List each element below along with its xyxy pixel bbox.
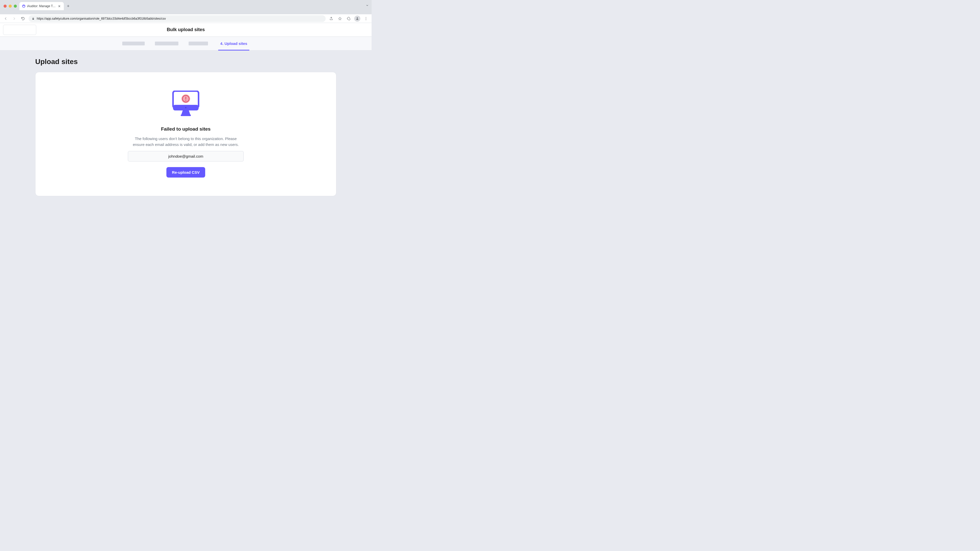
error-card: Failed to upload sites The following use… [35,72,336,196]
profile-avatar-icon[interactable] [354,16,360,22]
new-tab-button[interactable]: + [67,3,70,9]
share-icon[interactable] [328,16,334,22]
svg-rect-1 [32,18,34,20]
svg-point-13 [185,100,186,101]
back-icon[interactable] [3,16,9,22]
app-header: Bulk upload sites [0,23,372,37]
error-monitor-icon [172,91,200,116]
tab-close-icon[interactable]: ✕ [57,4,61,8]
page-heading: Upload sites [35,58,336,66]
window-minimize-icon[interactable] [9,5,12,8]
lock-icon [32,17,35,20]
page-body: Upload sites Failed to upload sites The … [0,51,372,203]
invalid-email-value: johndoe@gmail.com [169,154,204,159]
browser-menu-icon[interactable] [363,16,369,22]
page-title: Bulk upload sites [167,27,205,32]
tab-list-dropdown-icon[interactable] [366,3,369,8]
step-1-placeholder[interactable] [122,41,145,45]
svg-rect-9 [181,114,191,116]
url-text: https://app.safetyculture.com/organisati… [37,17,166,21]
browser-toolbar: https://app.safetyculture.com/organisati… [0,14,372,23]
tab-strip: iAuditor: Manage Teams and In ✕ + [19,2,70,10]
forward-icon[interactable] [11,16,18,22]
step-active-label: 4. Upload sites [220,41,247,46]
bookmark-icon[interactable] [337,16,343,22]
browser-tab[interactable]: iAuditor: Manage Teams and In ✕ [19,2,64,10]
extensions-icon[interactable] [345,16,352,22]
logo-placeholder [3,25,36,35]
window-close-icon[interactable] [3,5,6,8]
invalid-email-box: johndoe@gmail.com [128,151,244,162]
window-maximize-icon[interactable] [14,5,17,8]
svg-point-8 [185,107,186,108]
window-traffic-lights [3,5,17,8]
step-2-placeholder[interactable] [155,41,178,45]
reupload-csv-label: Re-upload CSV [172,170,200,175]
svg-point-2 [357,17,358,19]
error-description: The following users don't belong to this… [130,136,242,148]
reupload-csv-button[interactable]: Re-upload CSV [166,167,205,178]
svg-point-5 [366,19,366,20]
browser-chrome: iAuditor: Manage Teams and In ✕ + [0,0,372,14]
address-bar[interactable]: https://app.safetyculture.com/organisati… [29,15,326,22]
favicon-icon [22,4,25,8]
svg-point-4 [366,18,366,19]
tab-title: iAuditor: Manage Teams and In [27,4,56,8]
error-title: Failed to upload sites [161,126,210,132]
step-4-upload-sites[interactable]: 4. Upload sites [218,37,249,51]
stepper: 4. Upload sites [0,37,372,51]
step-3-placeholder[interactable] [189,41,208,45]
svg-point-3 [366,17,366,17]
reload-icon[interactable] [20,16,26,22]
